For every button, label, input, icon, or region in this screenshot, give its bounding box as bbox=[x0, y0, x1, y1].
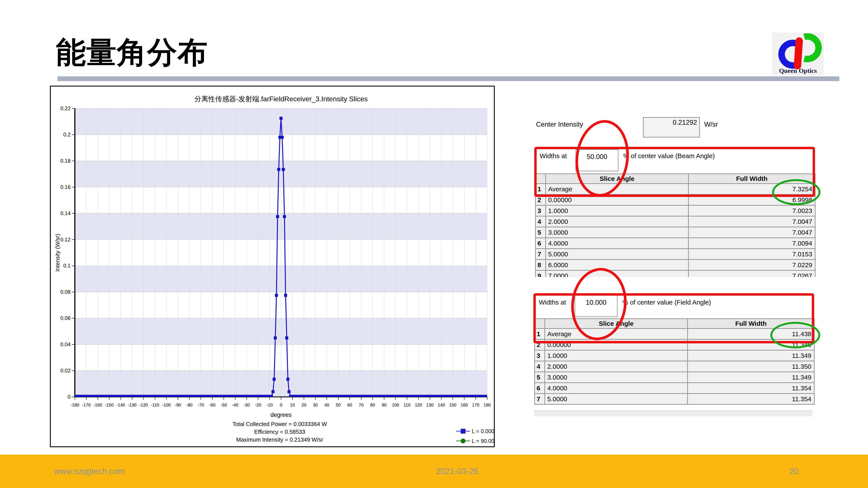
field-percent-label: % of center value (Field Angle) bbox=[622, 299, 711, 306]
footer-date: 2021-03-26 bbox=[436, 467, 478, 476]
table-cell-slice-angle: 0.00000 bbox=[546, 195, 688, 205]
field-widths-at-label: Widths at bbox=[539, 299, 566, 306]
svg-text:-80: -80 bbox=[186, 402, 192, 407]
table-row-index: 9 bbox=[536, 271, 545, 277]
table-cell-full-width: 11.350 bbox=[688, 361, 814, 371]
table-cell-full-width: 7.0023 bbox=[689, 206, 815, 216]
svg-text:-10: -10 bbox=[267, 402, 273, 407]
logo-green-arc bbox=[804, 36, 818, 59]
svg-text:30: 30 bbox=[313, 402, 318, 407]
svg-text:180: 180 bbox=[484, 402, 491, 407]
chart-stats-line: Total Collected Power = 0.0033364 W bbox=[232, 421, 327, 427]
table-cell-full-width: 7.0047 bbox=[689, 227, 815, 237]
footer-website: www.szqgtech.com bbox=[54, 467, 125, 476]
table-row-index: 2 bbox=[536, 195, 545, 205]
center-intensity-label: Center Intensity bbox=[536, 121, 583, 128]
table-header-slice-angle: Slice Angle bbox=[546, 174, 688, 183]
svg-text:-40: -40 bbox=[232, 402, 238, 407]
field-threshold-input[interactable]: 10.000 bbox=[575, 295, 618, 317]
svg-text:50: 50 bbox=[336, 402, 341, 407]
table-cell-full-width: 11.354 bbox=[688, 383, 814, 393]
table-cell-full-width: 7.0153 bbox=[689, 249, 815, 259]
table-header-full-width: Full Width bbox=[688, 319, 814, 328]
chart-xlabel: degrees bbox=[270, 412, 292, 418]
svg-text:0.08: 0.08 bbox=[60, 289, 70, 295]
table-cell-full-width: 11.438 bbox=[688, 329, 814, 339]
table-row-index: 6 bbox=[535, 383, 545, 393]
company-logo: Queen Optics bbox=[772, 33, 824, 75]
table-cell-full-width: 7.0267 bbox=[689, 271, 815, 277]
svg-text:-140: -140 bbox=[116, 402, 125, 407]
table-row-index: 1 bbox=[536, 184, 545, 194]
table-cell-slice-angle: 3.0000 bbox=[546, 227, 688, 237]
table-cell-slice-angle: 2.0000 bbox=[546, 217, 688, 227]
table-row-index: 8 bbox=[536, 260, 545, 270]
svg-text:0.2: 0.2 bbox=[63, 132, 70, 137]
title-divider-bar bbox=[58, 76, 839, 81]
table-scrollbar[interactable] bbox=[534, 410, 812, 416]
svg-text:0.02: 0.02 bbox=[60, 368, 70, 373]
chart-stats-line: Efficiency = 0.58533 bbox=[254, 429, 305, 435]
queen-optics-logo-icon: Queen Optics bbox=[772, 33, 824, 75]
intensity-slices-chart: 分离性传感器-发射端.farFieldReceiver_3.Intensity … bbox=[51, 87, 494, 446]
chart-stats-line: Maximum Intensity = 0.21349 W/sr bbox=[236, 436, 323, 443]
svg-text:-100: -100 bbox=[162, 402, 171, 407]
svg-text:0.12: 0.12 bbox=[60, 237, 70, 242]
table-cell-full-width: 11.349 bbox=[688, 372, 814, 382]
svg-text:-60: -60 bbox=[209, 402, 215, 407]
svg-text:20: 20 bbox=[302, 402, 306, 407]
table-cell-full-width: 11.346 bbox=[688, 340, 814, 350]
chart-title: 分离性传感器-发射端.farFieldReceiver_3.Intensity … bbox=[194, 95, 368, 103]
table-cell-slice-angle: 3.0000 bbox=[545, 372, 687, 382]
svg-text:0.1: 0.1 bbox=[63, 263, 70, 268]
svg-text:-90: -90 bbox=[175, 402, 181, 407]
field-angle-table: Slice AngleFull Width1Average11.43820.00… bbox=[534, 318, 816, 408]
svg-text:-30: -30 bbox=[244, 402, 250, 407]
table-header-index bbox=[536, 174, 545, 183]
table-cell-slice-angle: 5.0000 bbox=[546, 249, 688, 259]
table-row-index: 7 bbox=[536, 249, 545, 259]
chart-ylabel: Intensity (W/sr) bbox=[54, 234, 61, 272]
table-row-index: 5 bbox=[536, 227, 545, 237]
legend-label: L = 90.000 bbox=[472, 438, 494, 444]
table-row-index: 4 bbox=[536, 217, 545, 227]
svg-text:-160: -160 bbox=[94, 402, 102, 407]
table-header-full-width: Full Width bbox=[689, 174, 815, 183]
table-cell-slice-angle: Average bbox=[546, 184, 688, 194]
svg-text:140: 140 bbox=[438, 402, 445, 407]
svg-text:130: 130 bbox=[426, 402, 433, 407]
footer-bar: www.szqgtech.com 2021-03-26 20 bbox=[0, 455, 868, 488]
svg-text:-180: -180 bbox=[70, 402, 79, 407]
svg-text:90: 90 bbox=[382, 402, 386, 407]
legend-label: L = 0.00000 bbox=[472, 428, 494, 434]
svg-text:-50: -50 bbox=[221, 402, 227, 407]
legend-marker-square bbox=[461, 429, 465, 433]
svg-text:0.04: 0.04 bbox=[60, 341, 70, 347]
table-row-index: 7 bbox=[535, 394, 545, 404]
svg-text:60: 60 bbox=[347, 402, 352, 407]
svg-text:80: 80 bbox=[370, 402, 375, 407]
svg-text:0: 0 bbox=[68, 394, 70, 400]
table-cell-full-width: 6.9998 bbox=[689, 195, 815, 205]
table-cell-slice-angle: 0.00000 bbox=[545, 340, 687, 350]
table-cell-full-width: 11.354 bbox=[688, 394, 814, 404]
beam-threshold-input[interactable]: 50.000 bbox=[576, 149, 618, 171]
table-cell-full-width: 7.0094 bbox=[689, 238, 815, 248]
table-cell-full-width: 7.0047 bbox=[689, 217, 815, 227]
table-row-index: 2 bbox=[535, 340, 545, 350]
svg-text:-170: -170 bbox=[82, 402, 91, 407]
svg-text:-130: -130 bbox=[128, 402, 136, 407]
table-header-slice-angle: Slice Angle bbox=[545, 319, 687, 328]
svg-text:170: 170 bbox=[472, 402, 479, 407]
footer-page-number: 20 bbox=[789, 467, 799, 476]
svg-text:0.14: 0.14 bbox=[60, 210, 70, 216]
center-intensity-value: 0.21292 bbox=[643, 117, 700, 137]
table-cell-slice-angle: 5.0000 bbox=[545, 394, 687, 404]
table-cell-slice-angle: 1.0000 bbox=[546, 206, 688, 216]
svg-text:40: 40 bbox=[324, 402, 329, 407]
table-header-index bbox=[535, 319, 545, 328]
table-cell-slice-angle: 6.0000 bbox=[546, 260, 688, 270]
table-row-index: 6 bbox=[536, 238, 545, 248]
slide: 能量角分布 Queen Optics 分离性传感器-发射端.farFieldRe… bbox=[0, 0, 868, 488]
page-title: 能量角分布 bbox=[56, 33, 208, 73]
